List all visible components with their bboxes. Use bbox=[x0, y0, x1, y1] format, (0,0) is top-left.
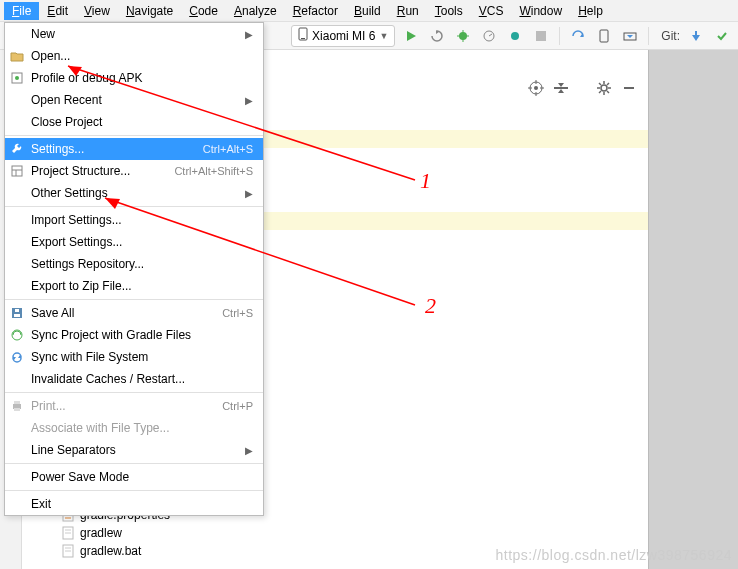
menu-item-label: Settings... bbox=[31, 142, 197, 156]
run-button[interactable] bbox=[401, 26, 421, 46]
file-menu-dropdown: New▶Open...Profile or debug APKOpen Rece… bbox=[4, 22, 264, 516]
menu-run[interactable]: Run bbox=[389, 2, 427, 20]
menu-item-sync-project-with-gradle-files[interactable]: Sync Project with Gradle Files bbox=[5, 324, 263, 346]
menu-item-label: Import Settings... bbox=[31, 213, 253, 227]
menu-item-label: Settings Repository... bbox=[31, 257, 253, 271]
git-commit-button[interactable] bbox=[712, 26, 732, 46]
menu-separator bbox=[5, 463, 263, 464]
svg-marker-26 bbox=[558, 83, 564, 87]
blank-icon bbox=[9, 114, 25, 130]
menu-tools[interactable]: Tools bbox=[427, 2, 471, 20]
menu-analyze[interactable]: Analyze bbox=[226, 2, 285, 20]
svg-line-10 bbox=[489, 34, 492, 36]
sdk-manager-button[interactable] bbox=[620, 26, 640, 46]
svg-point-4 bbox=[459, 32, 467, 40]
debug-button[interactable] bbox=[453, 26, 473, 46]
menu-item-label: Save All bbox=[31, 306, 216, 320]
minimize-icon[interactable] bbox=[622, 81, 636, 98]
menu-item-settings[interactable]: Settings...Ctrl+Alt+S bbox=[5, 138, 263, 160]
menu-vcs[interactable]: VCS bbox=[471, 2, 512, 20]
wrench-icon bbox=[9, 141, 25, 157]
menu-edit[interactable]: Edit bbox=[39, 2, 76, 20]
menu-separator bbox=[5, 299, 263, 300]
menu-build[interactable]: Build bbox=[346, 2, 389, 20]
menu-item-label: Open... bbox=[31, 49, 253, 63]
menu-item-export-to-zip-file[interactable]: Export to Zip File... bbox=[5, 275, 263, 297]
menu-item-profile-or-debug-apk[interactable]: Profile or debug APK bbox=[5, 67, 263, 89]
device-selector[interactable]: Xiaomi MI 6 ▼ bbox=[291, 25, 395, 47]
blank-icon bbox=[9, 469, 25, 485]
sync-icon bbox=[9, 349, 25, 365]
menu-file[interactable]: File bbox=[4, 2, 39, 20]
menu-item-label: Profile or debug APK bbox=[31, 71, 253, 85]
menu-item-import-settings[interactable]: Import Settings... bbox=[5, 209, 263, 231]
svg-rect-44 bbox=[14, 314, 20, 317]
submenu-arrow-icon: ▶ bbox=[245, 29, 253, 40]
profiler-button[interactable] bbox=[479, 26, 499, 46]
menu-item-save-all[interactable]: Save AllCtrl+S bbox=[5, 302, 263, 324]
svg-rect-40 bbox=[12, 166, 22, 176]
shortcut-label: Ctrl+Alt+Shift+S bbox=[174, 165, 253, 177]
menu-item-open[interactable]: Open... bbox=[5, 45, 263, 67]
menu-item-label: Exit bbox=[31, 497, 253, 511]
shortcut-label: Ctrl+P bbox=[222, 400, 253, 412]
menu-item-power-save-mode[interactable]: Power Save Mode bbox=[5, 466, 263, 488]
menu-item-close-project[interactable]: Close Project bbox=[5, 111, 263, 133]
shortcut-label: Ctrl+S bbox=[222, 307, 253, 319]
collapse-icon[interactable] bbox=[554, 81, 568, 98]
target-icon[interactable] bbox=[528, 80, 544, 99]
right-panel bbox=[648, 50, 738, 569]
menu-item-label: Line Separators bbox=[31, 443, 239, 457]
menu-item-exit[interactable]: Exit bbox=[5, 493, 263, 515]
menu-item-label: Open Recent bbox=[31, 93, 239, 107]
editor-toolbar bbox=[528, 80, 636, 99]
svg-line-34 bbox=[607, 91, 609, 93]
menu-code[interactable]: Code bbox=[181, 2, 226, 20]
menu-item-label: Export to Zip File... bbox=[31, 279, 253, 293]
blank-icon bbox=[9, 496, 25, 512]
tree-item[interactable]: gradlew bbox=[50, 524, 170, 542]
tree-item[interactable]: gradlew.bat bbox=[50, 542, 170, 560]
svg-point-20 bbox=[534, 86, 538, 90]
stop-button[interactable] bbox=[531, 26, 551, 46]
git-update-button[interactable] bbox=[686, 26, 706, 46]
menu-item-label: Associate with File Type... bbox=[31, 421, 253, 435]
menu-item-invalidate-caches-restart[interactable]: Invalidate Caches / Restart... bbox=[5, 368, 263, 390]
device-label: Xiaomi MI 6 bbox=[312, 29, 375, 43]
menu-item-open-recent[interactable]: Open Recent▶ bbox=[5, 89, 263, 111]
file-icon bbox=[62, 544, 76, 558]
menu-item-new[interactable]: New▶ bbox=[5, 23, 263, 45]
menu-item-print: Print...Ctrl+P bbox=[5, 395, 263, 417]
folder-open-icon bbox=[9, 48, 25, 64]
file-icon bbox=[62, 526, 76, 540]
blank-icon bbox=[9, 185, 25, 201]
menu-item-project-structure[interactable]: Project Structure...Ctrl+Alt+Shift+S bbox=[5, 160, 263, 182]
svg-point-39 bbox=[15, 76, 19, 80]
menubar: FileEditViewNavigateCodeAnalyzeRefactorB… bbox=[0, 0, 738, 22]
svg-marker-27 bbox=[558, 89, 564, 93]
sync-gradle-icon bbox=[9, 327, 25, 343]
blank-icon bbox=[9, 371, 25, 387]
menu-item-export-settings[interactable]: Export Settings... bbox=[5, 231, 263, 253]
svg-rect-50 bbox=[14, 401, 20, 404]
menu-view[interactable]: View bbox=[76, 2, 118, 20]
apply-changes-button[interactable] bbox=[427, 26, 447, 46]
menu-item-label: New bbox=[31, 27, 239, 41]
svg-point-11 bbox=[511, 32, 519, 40]
menu-navigate[interactable]: Navigate bbox=[118, 2, 181, 20]
menu-help[interactable]: Help bbox=[570, 2, 611, 20]
attach-debugger-button[interactable] bbox=[505, 26, 525, 46]
avd-manager-button[interactable] bbox=[594, 26, 614, 46]
menu-refactor[interactable]: Refactor bbox=[285, 2, 346, 20]
menu-window[interactable]: Window bbox=[511, 2, 570, 20]
menu-item-label: Close Project bbox=[31, 115, 253, 129]
sync-gradle-button[interactable] bbox=[568, 26, 588, 46]
menu-item-label: Print... bbox=[31, 399, 216, 413]
menu-item-sync-with-file-system[interactable]: Sync with File System bbox=[5, 346, 263, 368]
menu-item-settings-repository[interactable]: Settings Repository... bbox=[5, 253, 263, 275]
menu-item-other-settings[interactable]: Other Settings▶ bbox=[5, 182, 263, 204]
menu-item-label: Sync Project with Gradle Files bbox=[31, 328, 253, 342]
gear-icon[interactable] bbox=[596, 80, 612, 99]
menu-item-line-separators[interactable]: Line Separators▶ bbox=[5, 439, 263, 461]
submenu-arrow-icon: ▶ bbox=[245, 95, 253, 106]
